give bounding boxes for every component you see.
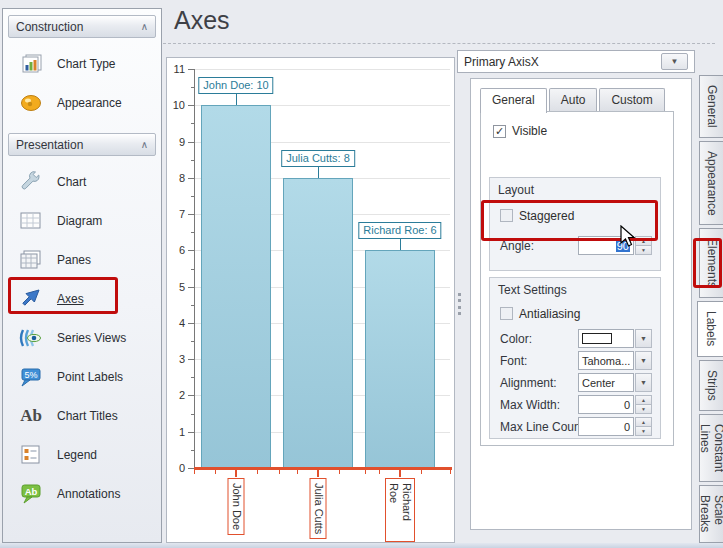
navigation-sidebar: Construction∧Chart TypeAppearancePresent… [2, 8, 162, 543]
y-axis-tick-label: 6 [167, 245, 185, 255]
layout-group: Layout Staggered Angle: 90 ▲▼ [489, 177, 661, 271]
side-tab-constant-lines[interactable]: Constant Lines [699, 414, 723, 482]
max-width-label: Max Width: [500, 398, 560, 412]
sidebar-item-axes[interactable]: Axes [7, 279, 157, 318]
y-axis-tick [188, 323, 194, 324]
panel-splitter[interactable] [455, 293, 463, 315]
visible-checkbox[interactable]: ✓ [493, 125, 506, 138]
group-header-presentation[interactable]: Presentation∧ [8, 133, 156, 156]
font-dropdown-button[interactable]: ▼ [635, 351, 652, 370]
point-label: John Doe: 10 [198, 77, 273, 94]
sidebar-item-chart-type[interactable]: Chart Type [7, 44, 157, 83]
y-axis-minor-tick [191, 232, 194, 233]
antialiasing-checkbox[interactable] [500, 307, 513, 320]
y-axis-tick [188, 250, 194, 251]
dropdown-arrow-icon[interactable]: ▼ [661, 53, 688, 70]
sidebar-item-label: Chart Type [57, 57, 115, 71]
color-swatch [582, 333, 612, 344]
max-line-count-label: Max Line Count: [500, 420, 587, 434]
chart-titles-icon: Ab [13, 404, 49, 428]
visible-checkbox-row[interactable]: ✓ Visible [493, 124, 547, 138]
x-axis-label-john-doe: John Doe [228, 478, 245, 535]
general-tab-content: ✓ Visible Layout Staggered Angle: 90 ▲▼ … [480, 111, 674, 446]
y-axis-minor-tick [191, 450, 194, 451]
visible-checkbox-label: Visible [512, 124, 547, 138]
bar-richard-roe [365, 250, 435, 467]
side-tab-strips[interactable]: Strips [699, 360, 723, 411]
axis-settings-panel: GeneralAutoCustom ✓ Visible Layout Stagg… [470, 78, 692, 530]
x-axis-line-highlighted [194, 467, 452, 470]
y-axis-tick-label: 11 [167, 64, 185, 74]
point-label-connector [400, 239, 401, 250]
spin-up-icon: ▲ [635, 395, 652, 404]
sidebar-item-chart[interactable]: Chart [7, 162, 157, 201]
y-axis-tick-label: 2 [167, 390, 185, 400]
x-axis-minor-tick [215, 470, 216, 474]
side-tab-scale-breaks[interactable]: Scale Breaks [699, 485, 723, 543]
spin-up-icon: ▲ [635, 417, 652, 426]
chart-preview: 01234567891011John Doe: 10Julia Cutts: 8… [166, 57, 455, 543]
side-tab-labels[interactable]: Labels [697, 301, 723, 356]
antialiasing-row[interactable]: Antialiasing [500, 303, 654, 324]
alignment-field[interactable]: Center [578, 373, 634, 392]
staggered-checkbox[interactable] [500, 209, 513, 222]
y-axis-tick-label: 4 [167, 318, 185, 328]
bar-julia-cutts [283, 178, 353, 467]
sidebar-item-label: Series Views [57, 331, 126, 345]
sidebar-item-annotations[interactable]: AbAnnotations [7, 474, 157, 513]
sidebar-item-label: Point Labels [57, 370, 123, 384]
y-axis-minor-tick [191, 341, 194, 342]
color-dropdown-button[interactable]: ▼ [635, 329, 652, 348]
max-width-spin-buttons[interactable]: ▲▼ [635, 395, 652, 414]
sidebar-item-panes[interactable]: Panes [7, 240, 157, 279]
x-axis-tick [399, 470, 401, 477]
chart-type-icon [13, 52, 49, 76]
gridline [194, 69, 450, 70]
point-label-connector [318, 167, 319, 178]
antialiasing-checkbox-label: Antialiasing [519, 307, 580, 321]
y-axis-minor-tick [191, 196, 194, 197]
mouse-cursor-icon [620, 225, 638, 249]
side-tab-appearance[interactable]: Appearance [699, 141, 723, 226]
window-bottom-edge [0, 543, 723, 548]
staggered-row[interactable]: Staggered [500, 205, 654, 226]
point-labels-icon: 5% [13, 365, 49, 389]
max-line-count-row: Max Line Count:0▲▼ [500, 416, 654, 437]
axis-selector-value: Primary AxisX [464, 55, 539, 69]
y-axis-minor-tick [191, 87, 194, 88]
x-axis-minor-tick [379, 470, 380, 474]
sidebar-item-point-labels[interactable]: 5%Point Labels [7, 357, 157, 396]
tab-general[interactable]: General [480, 88, 547, 113]
color-field[interactable] [578, 329, 634, 348]
max-line-count-spin-buttons[interactable]: ▲▼ [635, 417, 652, 436]
y-axis-tick [188, 178, 194, 179]
x-axis-boundary-tick [279, 470, 280, 474]
y-axis-tick-label: 1 [167, 427, 185, 437]
sidebar-item-appearance[interactable]: Appearance [7, 83, 157, 122]
tab-auto[interactable]: Auto [549, 88, 598, 112]
text-settings-group-title: Text Settings [490, 278, 660, 301]
font-field[interactable]: Tahoma... [578, 351, 634, 370]
x-axis-minor-tick [297, 470, 298, 474]
alignment-dropdown-button[interactable]: ▼ [635, 373, 652, 392]
spin-down-icon: ▼ [635, 404, 652, 414]
tab-custom[interactable]: Custom [599, 88, 664, 112]
side-tab-elements[interactable]: Elements [699, 228, 723, 298]
x-axis-minor-tick [339, 470, 340, 474]
bar-john-doe [201, 105, 271, 467]
max-line-count-field[interactable]: 0 [578, 417, 634, 436]
axis-selector-combobox[interactable]: Primary AxisX ▼ [457, 50, 695, 73]
group-header-construction[interactable]: Construction∧ [8, 15, 156, 38]
max-line-count-value: 0 [624, 421, 630, 433]
axis-category-tab-strip: GeneralAppearanceElementsLabelsStripsCon… [697, 57, 723, 543]
group-header-label: Presentation [16, 138, 83, 152]
sidebar-item-series-views[interactable]: Series Views [7, 318, 157, 357]
sidebar-item-legend[interactable]: Legend [7, 435, 157, 474]
sidebar-item-label: Chart Titles [57, 409, 118, 423]
sidebar-item-chart-titles[interactable]: AbChart Titles [7, 396, 157, 435]
sidebar-item-diagram[interactable]: Diagram [7, 201, 157, 240]
layout-group-title: Layout [490, 178, 660, 201]
max-width-field[interactable]: 0 [578, 395, 634, 414]
side-tab-general[interactable]: General [699, 75, 723, 138]
sidebar-item-label: Appearance [57, 96, 122, 110]
